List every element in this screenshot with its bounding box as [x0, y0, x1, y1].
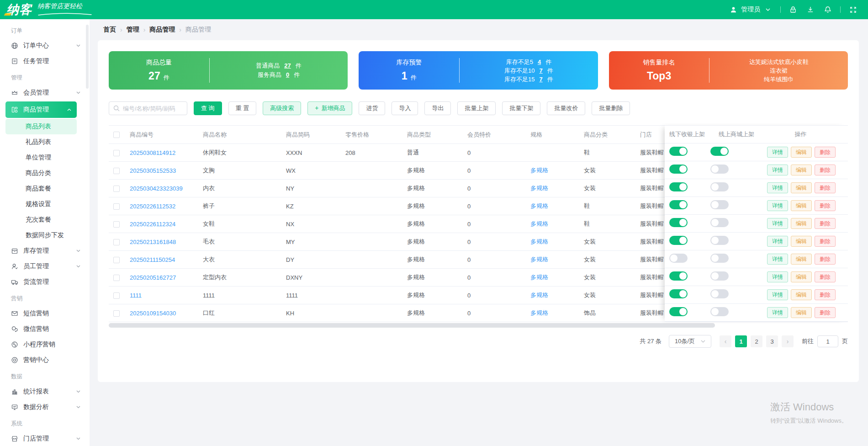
detail-button[interactable]: 详情	[767, 182, 788, 193]
horizontal-scrollbar[interactable]	[109, 323, 715, 328]
row-checkbox[interactable]	[113, 203, 120, 210]
delete-button[interactable]: 删除	[815, 254, 836, 265]
query-button[interactable]: 查 询	[194, 101, 222, 115]
spec-link[interactable]: 多规格	[530, 309, 548, 316]
page-button-1[interactable]: 1	[735, 335, 747, 347]
stat-detail-value[interactable]: 7	[540, 76, 543, 83]
next-page-button[interactable]: ›	[782, 335, 794, 347]
edit-button[interactable]: 编辑	[791, 236, 812, 247]
offline-shelf-toggle[interactable]	[669, 271, 688, 281]
batch-delete-button[interactable]: 批量删除	[592, 101, 630, 115]
online-shelf-toggle[interactable]	[710, 200, 729, 209]
search-input[interactable]	[123, 105, 183, 112]
offline-shelf-toggle[interactable]	[669, 289, 688, 298]
detail-button[interactable]: 详情	[767, 147, 788, 158]
spec-link[interactable]: 多规格	[530, 185, 548, 191]
bell-icon[interactable]	[823, 5, 833, 15]
product-code-link[interactable]: 20250211150254	[130, 256, 175, 263]
sidebar-item-staff-management[interactable]: 员工管理	[0, 259, 90, 274]
sidebar-scrollbar[interactable]	[86, 25, 89, 89]
product-code-link[interactable]: 20250205162727	[130, 274, 176, 281]
product-code-link[interactable]: 20250226112324	[130, 221, 175, 228]
row-checkbox[interactable]	[113, 186, 120, 192]
spec-link[interactable]: 多规格	[530, 238, 548, 245]
offline-shelf-toggle[interactable]	[669, 165, 688, 174]
fullscreen-icon[interactable]	[848, 5, 858, 15]
row-checkbox[interactable]	[113, 221, 120, 228]
online-shelf-toggle[interactable]	[710, 254, 729, 263]
user-menu[interactable]: 管理员	[728, 5, 773, 15]
offline-shelf-toggle[interactable]	[669, 147, 688, 156]
edit-button[interactable]: 编辑	[791, 307, 812, 318]
sidebar-item-statistics-report[interactable]: 统计报表	[0, 384, 90, 399]
sidebar-subitem-unit-management[interactable]: 单位管理	[0, 150, 90, 165]
sidebar-item-sms-marketing[interactable]: 短信营销	[0, 306, 90, 321]
page-button-2[interactable]: 2	[751, 335, 762, 347]
sidebar-item-marketing-center[interactable]: 营销中心	[0, 352, 90, 368]
purchase-button[interactable]: 进货	[359, 101, 385, 115]
delete-button[interactable]: 删除	[815, 307, 836, 318]
row-checkbox[interactable]	[113, 292, 120, 299]
sidebar-item-store-management[interactable]: 门店管理	[0, 431, 90, 446]
batch-off-shelf-button[interactable]: 批量下架	[502, 101, 540, 115]
offline-shelf-toggle[interactable]	[669, 236, 688, 245]
edit-button[interactable]: 编辑	[791, 218, 812, 229]
delete-button[interactable]: 删除	[815, 165, 836, 175]
batch-on-shelf-button[interactable]: 批量上架	[457, 101, 496, 115]
sidebar-subitem-goods-category[interactable]: 商品分类	[0, 165, 90, 181]
stat-detail-value[interactable]: 0	[286, 71, 289, 78]
detail-button[interactable]: 详情	[767, 236, 788, 247]
online-shelf-toggle[interactable]	[710, 307, 729, 316]
product-code-link[interactable]: 20250305152533	[130, 167, 176, 174]
online-shelf-toggle[interactable]	[710, 236, 729, 245]
edit-button[interactable]: 编辑	[791, 271, 812, 282]
online-shelf-toggle[interactable]	[710, 182, 729, 191]
delete-button[interactable]: 删除	[815, 147, 836, 158]
delete-button[interactable]: 删除	[815, 182, 836, 193]
stat-detail-value[interactable]: 4	[538, 58, 541, 65]
sidebar-subitem-goods-list[interactable]: 商品列表	[5, 119, 77, 134]
delete-button[interactable]: 删除	[815, 271, 836, 282]
product-code-link[interactable]: 2025030423323039	[130, 185, 183, 192]
row-checkbox[interactable]	[113, 168, 120, 174]
prev-page-button[interactable]: ‹	[720, 335, 731, 347]
spec-link[interactable]: 多规格	[530, 274, 548, 281]
detail-button[interactable]: 详情	[767, 200, 788, 211]
delete-button[interactable]: 删除	[815, 289, 836, 300]
sidebar-item-order-center[interactable]: 订单中心	[0, 38, 90, 53]
page-button-3[interactable]: 3	[766, 335, 778, 347]
breadcrumb-management[interactable]: 管理	[127, 26, 139, 34]
spec-link[interactable]: 多规格	[530, 292, 548, 298]
breadcrumb-goods-management[interactable]: 商品管理	[149, 26, 175, 34]
sidebar-item-member-management[interactable]: 会员管理	[0, 85, 90, 101]
goto-page-input[interactable]	[817, 335, 838, 347]
edit-button[interactable]: 编辑	[791, 254, 812, 265]
download-icon[interactable]	[805, 5, 815, 15]
online-shelf-toggle[interactable]	[710, 147, 729, 156]
lock-icon[interactable]	[788, 5, 798, 15]
detail-button[interactable]: 详情	[767, 307, 788, 318]
detail-button[interactable]: 详情	[767, 254, 788, 265]
sidebar-item-task-management[interactable]: 任务管理	[0, 53, 90, 69]
offline-shelf-toggle[interactable]	[669, 218, 688, 227]
product-code-link[interactable]: 1111	[130, 292, 142, 299]
delete-button[interactable]: 删除	[815, 218, 836, 229]
offline-shelf-toggle[interactable]	[669, 307, 688, 316]
row-checkbox[interactable]	[113, 275, 120, 281]
advanced-search-button[interactable]: 高级搜索	[263, 101, 301, 115]
detail-button[interactable]: 详情	[767, 218, 788, 229]
offline-shelf-toggle[interactable]	[669, 182, 688, 191]
online-shelf-toggle[interactable]	[710, 218, 729, 227]
detail-button[interactable]: 详情	[767, 271, 788, 282]
sidebar-item-inventory-management[interactable]: 库存管理	[0, 243, 90, 259]
edit-button[interactable]: 编辑	[791, 200, 812, 211]
product-code-link[interactable]: 20250109154030	[130, 310, 176, 317]
product-code-link[interactable]: 20250213161848	[130, 239, 176, 245]
sidebar-item-logistics-management[interactable]: 货流管理	[0, 274, 90, 290]
online-shelf-toggle[interactable]	[710, 165, 729, 174]
spec-link[interactable]: 多规格	[530, 256, 548, 263]
reset-button[interactable]: 重 置	[228, 101, 257, 115]
stat-detail-value[interactable]: 27	[284, 62, 291, 69]
breadcrumb-home[interactable]: 首页	[103, 26, 116, 34]
sidebar-subitem-spec-settings[interactable]: 规格设置	[0, 196, 90, 212]
